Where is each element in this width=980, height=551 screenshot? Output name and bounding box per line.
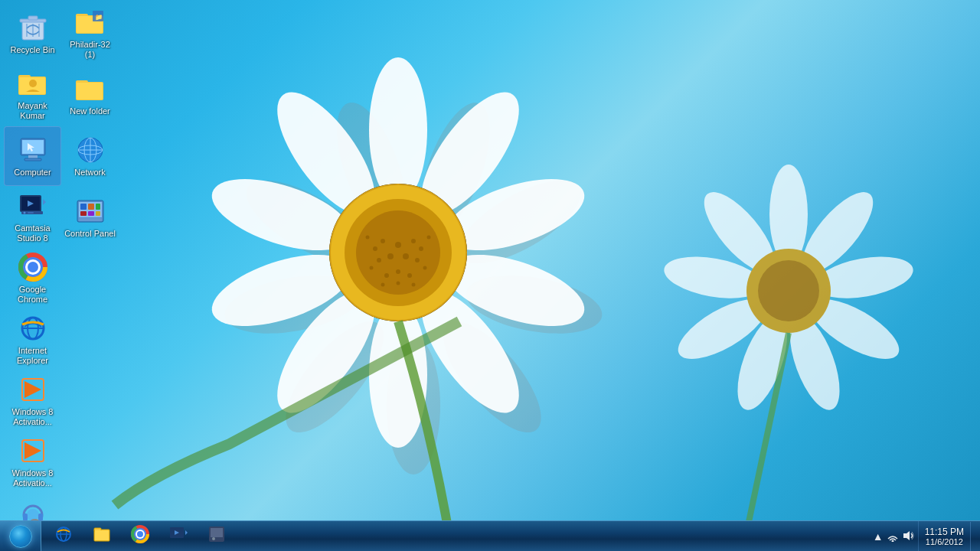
tray-show-hidden[interactable]: ▲	[873, 530, 884, 543]
control-panel-image	[75, 196, 106, 227]
svg-point-19	[260, 77, 392, 229]
svg-rect-76	[24, 158, 41, 161]
svg-point-5	[387, 337, 440, 474]
svg-point-4	[427, 307, 557, 447]
google-chrome-image	[18, 253, 48, 282]
new-folder-icon[interactable]: New folder	[61, 65, 119, 125]
taskbar-extra-icon	[207, 525, 226, 548]
recycle-bin-image	[18, 12, 48, 43]
win8-activation1-image	[18, 375, 48, 405]
svg-point-49	[727, 309, 797, 416]
svg-point-30	[415, 258, 420, 262]
start-button[interactable]	[0, 521, 41, 552]
win8-activation2-image	[18, 436, 48, 466]
svg-point-17	[204, 240, 360, 341]
clock-display[interactable]: 11:15 PM 11/6/2012	[918, 521, 970, 551]
win8-activation1-icon[interactable]: Windows 8 Activatio...	[4, 371, 61, 431]
svg-point-0	[323, 94, 420, 242]
svg-point-44	[769, 165, 808, 264]
computer-image	[18, 135, 48, 165]
svg-rect-92	[88, 204, 94, 210]
svg-point-25	[403, 253, 409, 259]
svg-point-38	[370, 266, 374, 270]
start-orb	[9, 525, 32, 548]
taskbar-extra[interactable]	[198, 523, 235, 550]
ie-label: Internet Explorer	[6, 346, 59, 366]
svg-point-24	[356, 210, 440, 295]
svg-rect-94	[80, 211, 87, 216]
ie-image	[18, 314, 48, 344]
taskbar: ▲	[0, 520, 980, 551]
svg-point-50	[670, 288, 776, 370]
new-folder-image	[75, 73, 106, 104]
tray-network-icon[interactable]	[887, 530, 899, 544]
svg-point-53	[746, 249, 831, 333]
svg-point-31	[377, 258, 381, 262]
svg-rect-88	[28, 212, 34, 214]
taskbar-camtasia[interactable]	[160, 523, 197, 550]
svg-point-14	[403, 276, 536, 427]
svg-point-32	[396, 269, 400, 274]
svg-point-29	[381, 239, 385, 243]
svg-point-12	[436, 165, 593, 265]
desktop: Recycle Bin 📁 Philadir-32 (1)	[0, 0, 980, 551]
svg-point-35	[419, 246, 423, 251]
svg-point-43	[366, 236, 370, 240]
svg-point-107	[22, 318, 44, 339]
camtasia-image	[18, 191, 48, 221]
camtasia-icon[interactable]: Camtasia Studio 8	[4, 187, 61, 247]
taskbar-explorer-icon	[93, 525, 111, 548]
svg-point-11	[403, 77, 536, 229]
svg-point-27	[395, 242, 401, 248]
svg-point-39	[397, 282, 400, 285]
mayank-kumar-icon[interactable]: Mayank Kumar	[4, 65, 61, 125]
svg-point-131	[137, 531, 143, 537]
taskbar-chrome[interactable]	[122, 523, 158, 550]
svg-point-10	[369, 57, 427, 203]
taskbar-ie[interactable]	[45, 523, 82, 550]
svg-point-137	[212, 537, 215, 540]
new-folder-label: New folder	[70, 106, 110, 116]
google-chrome-icon[interactable]: Google Chrome	[4, 249, 61, 308]
control-panel-label: Control Panel	[64, 229, 116, 239]
svg-point-36	[373, 246, 377, 251]
computer-icon[interactable]: Computer	[4, 126, 61, 186]
svg-rect-93	[96, 204, 100, 210]
svg-point-45	[791, 182, 884, 283]
svg-text:📁: 📁	[95, 13, 103, 21]
recycle-bin-icon[interactable]: Recycle Bin	[4, 4, 61, 64]
show-desktop-button[interactable]	[970, 522, 976, 551]
philadir-icon[interactable]: 📁 Philadir-32 (1)	[61, 4, 119, 64]
svg-point-23	[345, 199, 452, 306]
svg-point-8	[234, 165, 381, 280]
taskbar-ie-icon	[54, 525, 73, 548]
svg-point-20	[329, 184, 467, 321]
svg-rect-57	[28, 16, 38, 20]
philadir-label: Philadir-32 (1)	[64, 40, 116, 60]
taskbar-explorer[interactable]	[83, 523, 120, 550]
network-icon[interactable]: Network	[61, 126, 119, 186]
computer-label: Computer	[14, 168, 51, 178]
tray-volume-icon[interactable]	[902, 530, 914, 544]
win8-activation2-label: Windows 8 Activatio...	[6, 468, 59, 488]
control-panel-icon[interactable]: Control Panel	[61, 187, 119, 247]
svg-rect-95	[88, 211, 94, 216]
mayank-kumar-image	[18, 69, 48, 99]
taskbar-pinned-items	[41, 521, 239, 551]
svg-point-51	[661, 250, 766, 305]
svg-point-47	[802, 288, 908, 370]
tray-icons-area: ▲	[869, 521, 918, 551]
svg-point-103	[28, 262, 38, 272]
svg-point-48	[779, 309, 849, 416]
svg-point-13	[436, 240, 593, 341]
clock-time: 11:15 PM	[925, 527, 964, 537]
svg-marker-84	[43, 199, 46, 205]
svg-point-138	[891, 540, 893, 542]
win8-activation2-icon[interactable]: Windows 8 Activatio...	[4, 432, 61, 492]
camtasia-label: Camtasia Studio 8	[6, 223, 59, 243]
desktop-icons-area: Recycle Bin 📁 Philadir-32 (1)	[0, 0, 168, 520]
svg-marker-108	[24, 381, 41, 398]
svg-point-40	[412, 283, 416, 287]
internet-explorer-icon[interactable]: Internet Explorer	[4, 310, 61, 370]
svg-point-22	[331, 185, 466, 320]
